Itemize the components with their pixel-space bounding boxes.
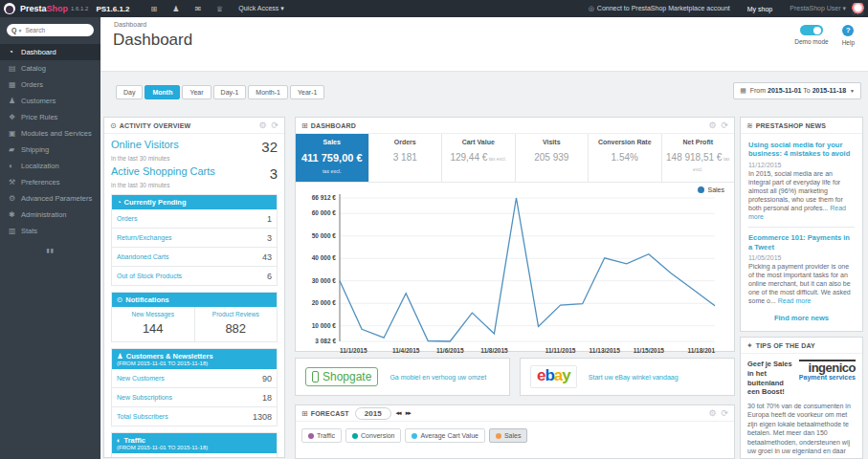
cart-icon[interactable]: ⊞ — [151, 5, 158, 13]
forecast-legend-conversion[interactable]: Conversion — [345, 428, 401, 443]
sidebar-item-shipping[interactable]: ▰Shipping — [0, 142, 100, 158]
page-header: Dashboard Dashboard Demo mode ? Help — [100, 17, 868, 72]
read-more-link[interactable]: Read more — [748, 205, 846, 220]
trophy-icon[interactable]: ♕ — [216, 5, 223, 13]
pending-row[interactable]: Orders1 — [112, 209, 277, 228]
chevron-down-icon[interactable]: ▼ — [17, 28, 22, 33]
row-value: 1 — [267, 214, 272, 224]
refresh-icon[interactable]: ⟳ — [721, 405, 728, 422]
news-article-title[interactable]: Using social media for your business: 4 … — [748, 141, 855, 159]
sidebar-item-administration[interactable]: ✱Administration — [0, 207, 100, 223]
find-more-news-link[interactable]: Find more news — [748, 314, 855, 322]
kpi-strip: Sales411 759,00 € tax excl.Orders3 181Ca… — [296, 134, 734, 183]
dashboard-panel-title: DASHBOARD — [311, 122, 356, 129]
kpi-tab-cart-value[interactable]: Cart Value129,44 € tax excl. — [442, 134, 516, 182]
notification-cell[interactable]: New Messages144 — [112, 307, 194, 341]
pending-row[interactable]: Return/Exchanges3 — [112, 228, 277, 247]
customers-row[interactable]: Total Subscribers1308 — [112, 406, 277, 426]
active-carts-sub: in the last 30 minutes — [111, 182, 278, 188]
quick-access-menu[interactable]: Quick Access ▾ — [238, 5, 283, 12]
news-article-title[interactable]: Ecommerce 101: Payments in a Tweet — [748, 233, 855, 251]
prestashop-logo[interactable] — [4, 3, 15, 14]
shop-name[interactable]: PS1.6.1.2 — [96, 5, 129, 13]
range-button-day[interactable]: Day — [116, 85, 143, 99]
pending-row[interactable]: Out of Stock Products6 — [112, 266, 277, 285]
kpi-suffix: tax excl. — [693, 156, 729, 172]
online-visitors-link[interactable]: Online Visitors — [111, 139, 179, 150]
kpi-tab-conversion-rate[interactable]: Conversion Rate1.54% — [589, 134, 662, 182]
kpi-tab-visits[interactable]: Visits205 939 — [516, 134, 590, 182]
calendar-icon: ▦ — [740, 87, 746, 94]
my-shop-link[interactable]: My shop — [747, 6, 772, 12]
forecast-next-button[interactable]: ▸▸ — [406, 409, 411, 417]
active-carts-link[interactable]: Active Shopping Carts — [111, 165, 215, 177]
forecast-legend-average-cart-value[interactable]: Average Cart Value — [405, 428, 484, 443]
customers-row[interactable]: New Subscriptions18 — [112, 387, 277, 406]
sidebar-search[interactable]: Q ▼ — [7, 24, 94, 36]
sidebar-item-dashboard[interactable]: ◔Dashboard — [0, 44, 100, 60]
sidebar-item-preferences[interactable]: ⚒Preferences — [0, 174, 100, 190]
sidebar-item-localization[interactable]: ◐Localization — [0, 158, 100, 174]
kpi-tab-sales[interactable]: Sales411 759,00 € tax excl. — [296, 134, 369, 182]
sidebar-item-advanced-parameters[interactable]: ⚙Advanced Parameters — [0, 190, 100, 207]
kpi-label: Sales — [298, 139, 367, 145]
phone-icon — [312, 371, 319, 382]
forecast-prev-button[interactable]: ◂◂ — [396, 409, 401, 417]
sidebar-item-price-rules[interactable]: ❖Price Rules — [0, 109, 100, 125]
search-input[interactable] — [25, 27, 78, 33]
page-title: Dashboard — [100, 28, 868, 50]
sidebar-collapse-button[interactable]: ▮▮ — [0, 247, 100, 253]
kpi-tab-orders[interactable]: Orders3 181 — [369, 134, 443, 182]
sidebar-item-customers[interactable]: ♟Customers — [0, 93, 100, 109]
notifications-title: Notifications — [125, 295, 168, 304]
date-to: 2015-11-18 — [812, 87, 846, 94]
ebay-link[interactable]: Start uw eBay winkel vandaag — [589, 374, 679, 381]
shopgate-banner[interactable]: Shopgate Ga mobiel en verhoog uw omzet — [295, 358, 510, 396]
range-button-year[interactable]: Year — [182, 85, 211, 99]
sidebar-menu: ◔Dashboard▤Catalog▦Orders♟Customers❖Pric… — [0, 44, 100, 239]
shopgate-link[interactable]: Ga mobiel en verhoog uw omzet — [389, 374, 486, 381]
refresh-icon[interactable]: ⟳ — [271, 118, 278, 134]
gear-icon[interactable]: ⚙ — [708, 118, 716, 134]
legend-label[interactable]: Sales — [707, 186, 724, 193]
customers-row[interactable]: New Customers90 — [112, 369, 277, 387]
gear-icon[interactable]: ⚙ — [258, 118, 266, 134]
row-label: Return/Exchanges — [117, 234, 172, 241]
breadcrumb[interactable]: Dashboard — [100, 17, 868, 28]
forecast-legend-traffic[interactable]: Traffic — [301, 428, 342, 443]
help-icon[interactable]: ? — [842, 25, 854, 36]
kpi-tab-net-profit[interactable]: Net Profit148 918,51 € tax excl. — [662, 134, 735, 182]
user-icon[interactable]: ♟ — [172, 5, 179, 13]
news-panel-title: PRESTASHOP NEWS — [756, 122, 827, 129]
brand-name[interactable]: PrestaShop — [20, 4, 68, 13]
sidebar-item-catalog[interactable]: ▤Catalog — [0, 60, 100, 76]
gear-icon[interactable]: ⚙ — [708, 405, 716, 422]
gauge-icon: ◔ — [9, 48, 21, 56]
refresh-icon[interactable]: ⟳ — [721, 118, 728, 134]
sidebar-item-orders[interactable]: ▦Orders — [0, 76, 100, 93]
overview-icon: ⊙ — [110, 121, 117, 130]
marketplace-link[interactable]: ◎Connect to PrestaShop Marketplace accou… — [589, 5, 730, 12]
range-button-day-1[interactable]: Day-1 — [213, 85, 247, 99]
demo-mode-toggle[interactable] — [800, 25, 823, 35]
user-menu[interactable]: PrestaShop User ▾ — [790, 5, 846, 12]
mail-icon[interactable]: ✉ — [194, 5, 201, 13]
range-button-year-1[interactable]: Year-1 — [290, 85, 324, 99]
sidebar-item-stats[interactable]: ▥Stats — [0, 223, 100, 239]
date-range-picker[interactable]: ▦ From 2015-11-01 To 2015-11-18 ▼ — [733, 82, 861, 99]
date-range-buttons: DayMonthYearDay-1Month-1Year-1 — [116, 85, 326, 99]
svg-text:11/6/2015: 11/6/2015 — [436, 347, 464, 354]
notification-cell[interactable]: Product Reviews882 — [194, 307, 278, 341]
sales-chart: Sales 66 912 €60 000 €50 000 €40 000 €30… — [296, 183, 734, 364]
google-analytics-link[interactable]: Link to your Google Analytics account — [112, 453, 277, 458]
range-button-month-1[interactable]: Month-1 — [248, 85, 288, 99]
read-more-link[interactable]: Read more — [778, 297, 812, 304]
range-button-month[interactable]: Month — [145, 85, 180, 99]
forecast-legend-sales[interactable]: Sales — [489, 428, 528, 443]
kpi-suffix: tax excl. — [323, 168, 342, 174]
user-avatar[interactable] — [852, 3, 864, 15]
bell-icon: ⊙ — [117, 295, 122, 304]
pending-row[interactable]: Abandoned Carts43 — [112, 247, 277, 266]
ebay-banner[interactable]: ebay Start uw eBay winkel vandaag — [520, 358, 735, 396]
sidebar-item-modules-and-services[interactable]: ▣Modules and Services — [0, 125, 100, 142]
